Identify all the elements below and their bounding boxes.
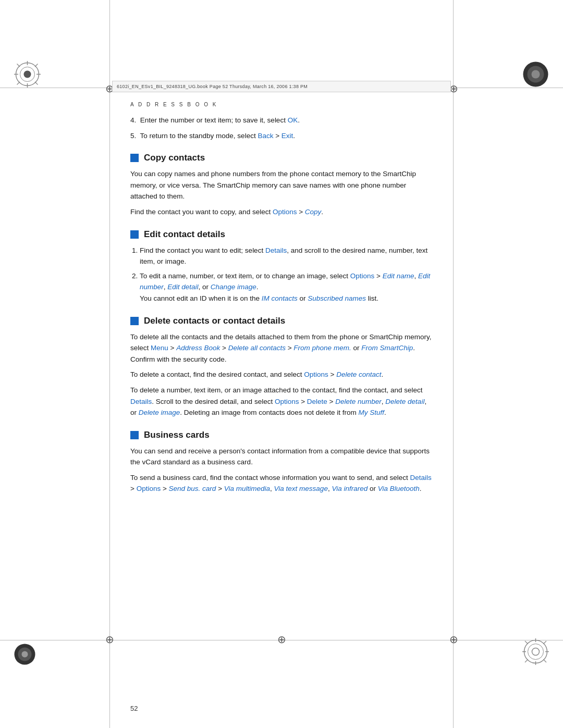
- intro-item-4: 4. Enter the number or text item; to sav…: [130, 115, 433, 126]
- link-edit-name: Edit name: [383, 272, 414, 280]
- section-square-delete-contacts: [130, 317, 139, 325]
- link-delete-detail: Delete detail: [385, 398, 424, 405]
- page-number: 52: [130, 705, 138, 712]
- link-change-image: Change image: [211, 283, 256, 291]
- link-options-edit: Options: [350, 272, 375, 280]
- corner-deco-bl: [13, 643, 36, 668]
- link-copy: Copy: [305, 208, 322, 216]
- corner-deco-tl: [13, 60, 42, 91]
- link-delete-image: Delete image: [139, 409, 180, 416]
- link-details-3: Details: [410, 474, 432, 482]
- svg-line-24: [525, 641, 528, 644]
- svg-line-8: [35, 82, 38, 85]
- link-ok: OK: [288, 116, 298, 124]
- link-options-send: Options: [137, 485, 161, 492]
- section-body-business-cards: You can send and receive a person's cont…: [130, 446, 433, 495]
- content-area: A d d r e s s B o o k 4. Enter the numbe…: [130, 102, 433, 626]
- link-edit-detail: Edit detail: [167, 283, 198, 291]
- svg-point-2: [24, 71, 31, 78]
- link-back: Back: [258, 132, 273, 140]
- section-body-copy-contacts: You can copy names and phone numbers fro…: [130, 168, 433, 217]
- section-title-edit-contact: Edit contact details: [144, 229, 225, 240]
- cross-mark-bm: [274, 632, 289, 647]
- section-heading-edit-contact: Edit contact details: [130, 229, 433, 240]
- section-title-delete-contacts: Delete contacts or contact details: [144, 316, 285, 326]
- delete-para3: To delete a number, text item, or an ima…: [130, 385, 433, 418]
- svg-line-10: [17, 82, 20, 85]
- svg-point-16: [22, 651, 28, 658]
- vline-left: [109, 0, 110, 728]
- edit-contact-item1: Find the contact you want to edit; selec…: [140, 245, 433, 267]
- svg-line-26: [544, 641, 547, 644]
- link-via-text-message: Via text message: [274, 485, 328, 492]
- svg-line-25: [544, 660, 547, 663]
- link-via-infrared: Via infrared: [332, 485, 368, 492]
- delete-para2: To delete a contact, find the desired co…: [130, 369, 433, 380]
- intro-items: 4. Enter the number or text item; to sav…: [130, 115, 433, 141]
- delete-para1: To delete all the contacts and the detai…: [130, 331, 433, 365]
- link-via-bluetooth: Via Bluetooth: [378, 485, 420, 492]
- link-delete-number: Delete number: [335, 398, 382, 405]
- corner-deco-br: [521, 637, 550, 668]
- corner-deco-tr: [521, 60, 550, 91]
- header-bar: 6102i_EN_ESv1_BIL_9248318_UG.book Page 5…: [112, 81, 451, 92]
- cross-mark-br: [446, 632, 461, 647]
- link-options-copy: Options: [273, 208, 297, 216]
- edit-contact-item2: To edit a name, number, or text item, or…: [140, 270, 433, 304]
- section-title-copy-contacts: Copy contacts: [144, 153, 205, 163]
- section-heading-business-cards: Business cards: [130, 430, 433, 440]
- section-body-delete-contacts: To delete all the contacts and the detai…: [130, 331, 433, 418]
- section-title-business-cards: Business cards: [144, 430, 210, 440]
- business-cards-para1: You can send and receive a person's cont…: [130, 446, 433, 468]
- link-options-delete: Options: [304, 371, 328, 378]
- link-menu: Menu: [151, 344, 168, 352]
- business-cards-para2: To send a business card, find the contac…: [130, 472, 433, 495]
- address-book-label: A d d r e s s B o o k: [130, 102, 433, 107]
- section-heading-delete-contacts: Delete contacts or contact details: [130, 316, 433, 326]
- link-from-smartchip: From SmartChip: [361, 344, 413, 352]
- section-square-copy-contacts: [130, 154, 139, 162]
- cross-mark-bl: [102, 632, 117, 647]
- link-details-2: Details: [130, 398, 152, 405]
- section-square-edit-contact: [130, 230, 139, 239]
- link-address-book: Address Book: [176, 344, 220, 352]
- section-body-edit-contact: Find the contact you want to edit; selec…: [130, 245, 433, 304]
- svg-point-19: [532, 648, 540, 656]
- intro-item-5: 5. To return to the standby mode, select…: [130, 130, 433, 142]
- link-exit: Exit: [282, 132, 293, 140]
- svg-point-18: [528, 644, 544, 660]
- link-my-stuff: My Stuff: [359, 409, 385, 416]
- svg-line-27: [525, 660, 528, 663]
- link-delete: Delete: [307, 398, 327, 405]
- section-square-business-cards: [130, 431, 139, 439]
- link-details-1: Details: [265, 246, 287, 254]
- copy-contacts-para2: Find the contact you want to copy, and s…: [130, 206, 433, 218]
- link-im-contacts: IM contacts: [262, 294, 298, 302]
- link-via-multimedia: Via multimedia: [224, 485, 270, 492]
- link-from-phone-mem: From phone mem.: [293, 344, 351, 352]
- header-bar-text: 6102i_EN_ESv1_BIL_9248318_UG.book Page 5…: [117, 84, 308, 89]
- link-delete-all-contacts: Delete all contacts: [228, 344, 286, 352]
- edit-contact-list: Find the contact you want to edit; selec…: [140, 245, 433, 304]
- copy-contacts-para1: You can copy names and phone numbers fro…: [130, 168, 433, 202]
- vline-right: [453, 0, 454, 728]
- svg-point-13: [532, 70, 540, 79]
- link-delete-contact: Delete contact: [336, 371, 381, 378]
- link-send-bus-card: Send bus. card: [169, 485, 216, 492]
- section-heading-copy-contacts: Copy contacts: [130, 153, 433, 163]
- svg-line-7: [17, 64, 20, 67]
- link-subscribed-names: Subscribed names: [308, 294, 366, 302]
- link-options-delete2: Options: [275, 398, 299, 405]
- page: 6102i_EN_ESv1_BIL_9248318_UG.book Page 5…: [0, 0, 563, 728]
- svg-line-9: [35, 64, 38, 67]
